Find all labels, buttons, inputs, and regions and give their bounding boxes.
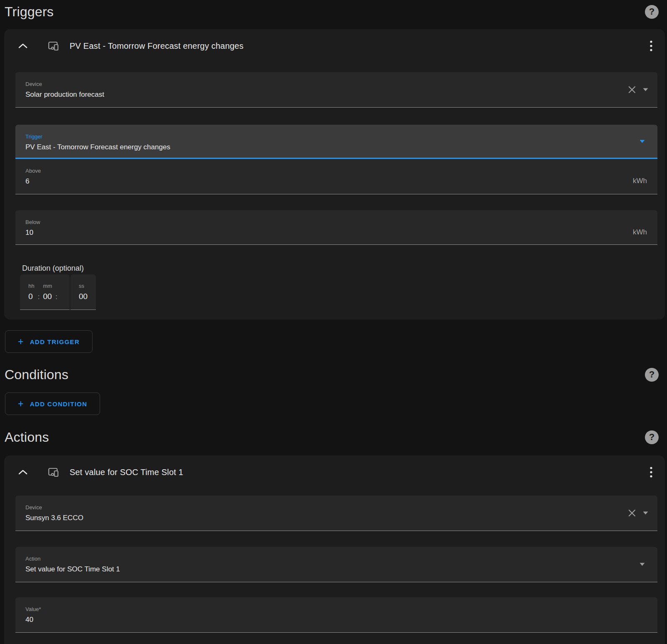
trigger-card-header: PV East - Tomorrow Forecast energy chang… [4,38,665,54]
action-card-header: Set value for SOC Time Slot 1 [4,464,665,480]
duration-seconds-input[interactable]: ss 00 [79,274,88,309]
action-type-select[interactable]: Action Set value for SOC Time Slot 1 [15,547,657,582]
dropdown-arrow-icon[interactable] [643,88,648,91]
value-field-value: 40 [25,616,657,624]
collapse-button[interactable] [18,470,28,475]
triggers-heading: Triggers [5,4,54,20]
duration-separator: : [38,274,40,309]
duration-separator: : [55,274,58,309]
above-input-field[interactable]: Above 6 kWh [15,159,657,194]
conditions-section-header: Conditions ? [0,367,667,382]
device-field-label: Device [25,504,657,511]
above-unit-suffix: kWh [633,177,647,185]
action-field-label: Action [25,556,657,562]
more-options-icon[interactable] [646,466,656,478]
duration-inputs: hh 0 : mm 00 : ss 00 [20,274,665,310]
device-picker-field[interactable]: Device Sunsyn 3.6 ECCO [15,496,657,531]
add-condition-button[interactable]: + ADD CONDITION [5,392,100,415]
below-unit-suffix: kWh [633,228,647,236]
dropdown-arrow-icon[interactable] [639,547,645,582]
conditions-heading: Conditions [5,367,68,382]
below-field-value: 10 [25,229,657,237]
chevron-up-icon [18,470,28,475]
action-card-title: Set value for SOC Time Slot 1 [70,468,183,477]
help-icon[interactable]: ? [645,430,659,444]
clear-icon[interactable] [628,86,636,94]
below-input-field[interactable]: Below 10 kWh [15,210,657,245]
clear-icon[interactable] [628,509,636,517]
devices-icon [48,41,60,51]
above-field-label: Above [25,168,657,174]
add-trigger-button[interactable]: + ADD TRIGGER [5,330,93,353]
above-field-value: 6 [25,177,657,186]
device-field-value: Sunsyn 3.6 ECCO [25,514,657,522]
duration-hh-mm-box: hh 0 : mm 00 : [20,274,70,310]
collapse-button[interactable] [18,43,28,48]
duration-hours-input[interactable]: hh 0 [28,274,34,309]
device-field-value: Solar production forecast [25,91,657,99]
triggers-section-header: Triggers ? [0,4,667,19]
action-field-value: Set value for SOC Time Slot 1 [25,565,657,574]
below-field-label: Below [25,219,657,225]
duration-ss-box: ss 00 [70,274,96,310]
value-input-field[interactable]: Value* 40 [15,597,657,633]
trigger-card-title: PV East - Tomorrow Forecast energy chang… [70,41,243,51]
value-field-label: Value* [25,606,657,612]
trigger-type-select[interactable]: Trigger PV East - Tomorrow Forecast ener… [15,125,657,159]
devices-icon [48,467,60,477]
chevron-up-icon [18,43,28,48]
more-options-icon[interactable] [646,40,656,52]
duration-minutes-input[interactable]: mm 00 [43,274,52,309]
duration-label: Duration (optional) [22,264,665,272]
help-icon[interactable]: ? [645,5,659,19]
help-icon[interactable]: ? [645,368,659,382]
trigger-card: PV East - Tomorrow Forecast energy chang… [4,29,665,319]
trigger-field-label: Trigger [25,133,657,140]
actions-heading: Actions [5,430,49,445]
dropdown-arrow-icon[interactable] [639,125,645,158]
action-card: Set value for SOC Time Slot 1 Device Sun… [4,455,665,644]
plus-icon: + [18,400,24,408]
plus-icon: + [18,337,24,346]
device-picker-field[interactable]: Device Solar production forecast [15,72,657,108]
dropdown-arrow-icon[interactable] [643,511,648,515]
trigger-field-value: PV East - Tomorrow Forecast energy chang… [25,143,657,151]
device-field-label: Device [25,81,657,87]
actions-section-header: Actions ? [0,430,667,445]
